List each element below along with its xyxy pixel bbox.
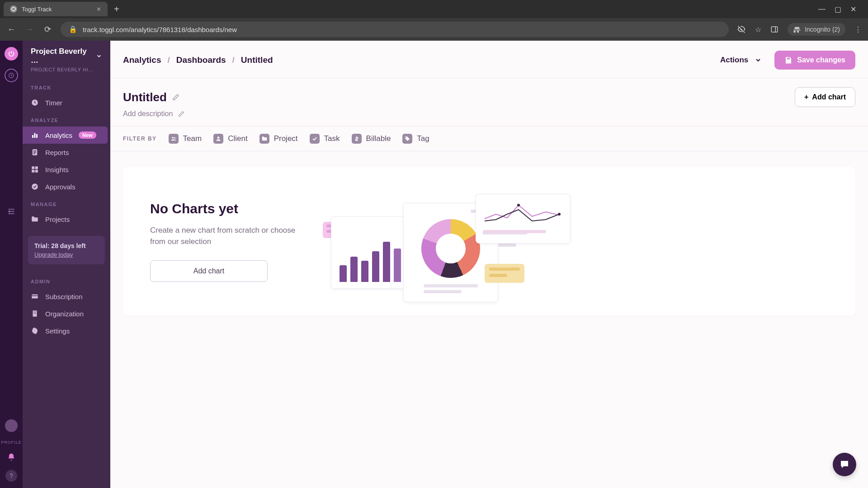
- svg-point-19: [32, 183, 38, 190]
- clock-outline-icon[interactable]: [5, 69, 18, 82]
- favicon-icon: [10, 5, 17, 13]
- sidebar-item-label: Analytics: [45, 131, 72, 139]
- close-window-icon[interactable]: ✕: [850, 5, 856, 14]
- close-tab-icon[interactable]: ✕: [96, 6, 101, 13]
- pink-line-decoration: [483, 230, 546, 233]
- plus-icon: +: [804, 93, 808, 101]
- breadcrumb-sep: /: [232, 55, 235, 65]
- filter-task[interactable]: Task: [310, 134, 340, 144]
- bell-icon[interactable]: [7, 453, 16, 462]
- collapse-sidebar-icon[interactable]: [7, 207, 16, 216]
- sidebar-item-approvals[interactable]: Approvals: [23, 178, 110, 195]
- description-row[interactable]: Add description: [110, 110, 868, 126]
- chevron-down-icon: [96, 53, 102, 59]
- sidebar-item-label: Organization: [45, 310, 84, 318]
- card-icon: [31, 292, 39, 300]
- trial-box: Trial: 28 days left Upgrade today: [28, 236, 105, 264]
- actions-label: Actions: [720, 56, 748, 65]
- sidebar-item-label: Reports: [45, 149, 69, 156]
- main-content: Analytics / Dashboards / Untitled Action…: [110, 41, 868, 488]
- svg-rect-15: [32, 166, 34, 169]
- folder-small-icon: [259, 134, 269, 144]
- svg-rect-26: [35, 313, 36, 314]
- check-icon: [310, 134, 320, 144]
- yellow-tag-decoration: [485, 264, 524, 283]
- eye-off-icon[interactable]: [737, 25, 746, 34]
- lock-icon: 🔒: [69, 25, 77, 33]
- avatar[interactable]: [5, 419, 18, 432]
- svg-rect-1: [771, 27, 778, 32]
- chat-bubble-button[interactable]: [833, 453, 856, 476]
- filter-label-text: Project: [274, 134, 298, 143]
- save-label: Save changes: [797, 56, 845, 64]
- filter-client[interactable]: Client: [213, 134, 247, 144]
- profile-label: PROFILE: [1, 440, 22, 445]
- svg-rect-8: [32, 135, 33, 138]
- filter-bar: FILTER BY Team Client Project: [110, 126, 868, 151]
- edit-title-icon[interactable]: [172, 94, 179, 101]
- filter-team[interactable]: Team: [169, 134, 202, 144]
- svg-point-0: [12, 7, 15, 11]
- address-bar: ← → ⟳ 🔒 track.toggl.com/analytics/786131…: [0, 18, 868, 41]
- sidebar-item-subscription[interactable]: Subscription: [23, 288, 110, 305]
- panel-icon[interactable]: [770, 25, 778, 33]
- new-tab-button[interactable]: +: [108, 4, 126, 14]
- breadcrumb-root[interactable]: Analytics: [123, 55, 161, 65]
- empty-heading: No Charts yet: [150, 201, 304, 216]
- browser-tab[interactable]: Toggl Track ✕: [4, 2, 108, 16]
- sidebar-item-reports[interactable]: Reports: [23, 144, 110, 161]
- window-controls: — ▢ ✕: [818, 5, 864, 14]
- person-icon: [213, 134, 223, 144]
- incognito-label: Incognito (2): [805, 26, 840, 33]
- filter-tag[interactable]: Tag: [402, 134, 429, 144]
- filter-label-text: Task: [324, 134, 340, 143]
- back-icon[interactable]: ←: [6, 25, 16, 34]
- filter-label: FILTER BY: [123, 136, 157, 142]
- section-track: TRACK: [23, 79, 110, 94]
- svg-rect-24: [35, 312, 36, 313]
- upgrade-link[interactable]: Upgrade today: [34, 251, 99, 258]
- title-text[interactable]: Untitled: [123, 90, 167, 104]
- add-chart-button-empty[interactable]: Add chart: [150, 260, 268, 282]
- actions-dropdown[interactable]: Actions: [715, 52, 767, 68]
- clock-icon: [31, 99, 39, 107]
- forward-icon[interactable]: →: [24, 25, 34, 34]
- sidebar-item-settings[interactable]: Settings: [23, 322, 110, 339]
- filter-label-text: Tag: [417, 134, 429, 143]
- star-icon[interactable]: ☆: [755, 25, 761, 34]
- breadcrumb: Analytics / Dashboards / Untitled: [123, 55, 273, 65]
- filter-project[interactable]: Project: [259, 134, 298, 144]
- filter-billable[interactable]: Billable: [352, 134, 391, 144]
- workspace-selector[interactable]: Project Beverly … PROJECT BEVERLY HI…: [23, 47, 110, 79]
- new-badge: New: [79, 131, 96, 139]
- reload-icon[interactable]: ⟳: [42, 24, 52, 34]
- power-icon[interactable]: [5, 47, 18, 61]
- sidebar-item-projects[interactable]: Projects: [23, 211, 110, 228]
- add-chart-button-header[interactable]: + Add chart: [795, 87, 855, 107]
- svg-point-32: [558, 213, 561, 216]
- sidebar-item-timer[interactable]: Timer: [23, 94, 110, 111]
- save-button[interactable]: Save changes: [774, 51, 855, 70]
- section-analyze: ANALYZE: [23, 111, 110, 127]
- breadcrumb-mid[interactable]: Dashboards: [176, 55, 226, 65]
- url-input[interactable]: 🔒 track.toggl.com/analytics/7861318/dash…: [61, 22, 729, 37]
- sidebar-item-organization[interactable]: Organization: [23, 305, 110, 322]
- icon-rail: PROFILE ?: [0, 41, 23, 488]
- gear-icon: [31, 327, 39, 335]
- filter-label-text: Team: [183, 134, 202, 143]
- edit-description-icon[interactable]: [178, 111, 184, 117]
- sidebar-item-analytics[interactable]: Analytics New: [23, 127, 108, 144]
- building-icon: [31, 310, 39, 318]
- workspace-sub: PROJECT BEVERLY HI…: [31, 67, 102, 72]
- minimize-icon[interactable]: —: [818, 5, 826, 14]
- maximize-icon[interactable]: ▢: [835, 5, 841, 14]
- menu-icon[interactable]: ⋮: [854, 25, 862, 34]
- svg-rect-10: [36, 134, 38, 138]
- filter-label-text: Billable: [366, 134, 391, 143]
- help-icon[interactable]: ?: [5, 470, 17, 482]
- filter-label-text: Client: [228, 134, 247, 143]
- incognito-badge[interactable]: Incognito (2): [788, 23, 845, 36]
- sidebar-item-label: Subscription: [45, 293, 83, 300]
- sidebar-item-insights[interactable]: Insights: [23, 161, 110, 178]
- sidebar-item-label: Timer: [45, 99, 62, 107]
